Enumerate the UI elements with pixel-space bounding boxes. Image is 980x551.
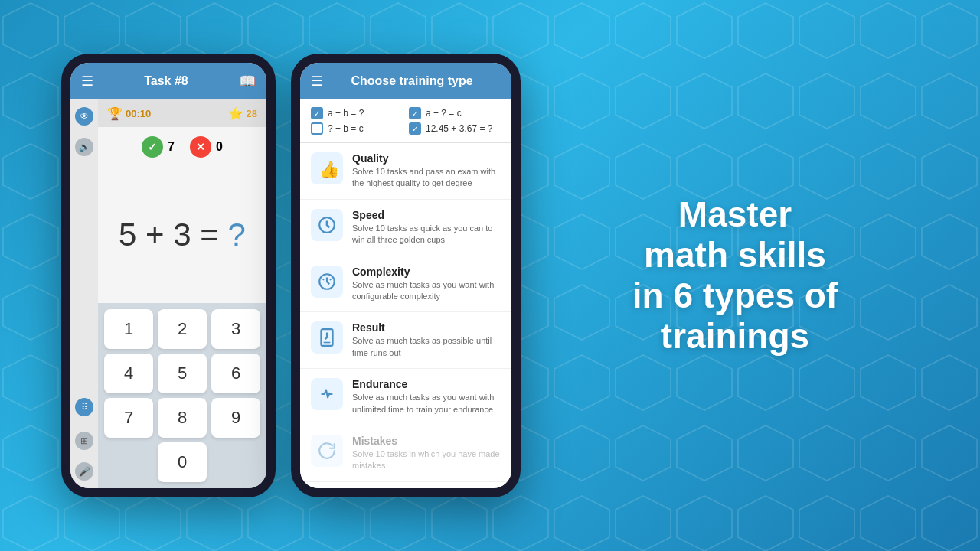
complexity-text: Complexity Solve as much tasks as you wa… bbox=[352, 266, 501, 303]
math-problem: 5 + 3 = ? bbox=[98, 167, 266, 303]
key-5[interactable]: 5 bbox=[158, 354, 207, 393]
key-6[interactable]: 6 bbox=[211, 354, 260, 393]
key-1[interactable]: 1 bbox=[104, 309, 153, 349]
result-icon bbox=[311, 321, 343, 354]
sidebar-table-icon[interactable]: ⊞ bbox=[75, 432, 93, 450]
checkbox-2[interactable] bbox=[311, 122, 323, 135]
complexity-icon bbox=[311, 266, 343, 298]
speed-icon bbox=[311, 209, 343, 241]
hero-title: Master math skills in 6 types of trainin… bbox=[632, 194, 838, 357]
training-complexity[interactable]: Complexity Solve as much tasks as you wa… bbox=[300, 256, 511, 313]
speed-name: Speed bbox=[352, 209, 501, 221]
quality-desc: Solve 10 tasks and pass an exam with the… bbox=[352, 166, 501, 190]
stats-bar: 🏆 00:10 ⭐ 28 bbox=[98, 99, 266, 127]
key-4[interactable]: 4 bbox=[104, 354, 153, 393]
training-result[interactable]: Result Solve as much tasks as possible u… bbox=[300, 312, 511, 369]
wrong-badge: ✕ bbox=[190, 136, 211, 158]
quality-icon: 👍 bbox=[311, 152, 343, 184]
mistakes-icon bbox=[311, 435, 343, 467]
result-desc: Solve as much tasks as possible until ti… bbox=[352, 335, 501, 359]
wrong-count: 0 bbox=[216, 140, 223, 154]
checkbox-item-1[interactable]: ✓ a + b = ? bbox=[311, 107, 403, 119]
checkbox-label-1: a + b = ? bbox=[328, 108, 364, 119]
mistakes-text: Mistakes Solve 10 tasks in which you hav… bbox=[352, 435, 501, 472]
key-3[interactable]: 3 bbox=[211, 309, 260, 349]
sidebar-volume-icon[interactable]: 🔈 bbox=[75, 138, 93, 156]
endurance-name: Endurance bbox=[352, 378, 501, 390]
sidebar-eye-icon[interactable]: 👁 bbox=[75, 107, 93, 126]
checkbox-item-4[interactable]: ✓ 12.45 + 3.67 = ? bbox=[409, 122, 501, 135]
training-endurance[interactable]: Endurance Solve as much tasks as you wan… bbox=[300, 369, 511, 425]
main-content: ☰ Task #8 📖 👁 🔈 ⠿ ⊞ 🎤 bbox=[0, 0, 980, 551]
mistakes-desc: Solve 10 tasks in which you have made mi… bbox=[352, 448, 501, 472]
trophy-icon: 🏆 bbox=[107, 106, 122, 121]
question-mark: ? bbox=[228, 217, 246, 253]
endurance-desc: Solve as much tasks as you want with unl… bbox=[352, 392, 501, 416]
left-body: 👁 🔈 ⠿ ⊞ 🎤 🏆 00:10 ⭐ bbox=[70, 99, 266, 488]
training-quality[interactable]: 👍 Quality Solve 10 tasks and pass an exa… bbox=[300, 143, 511, 200]
result-text: Result Solve as much tasks as possible u… bbox=[352, 321, 501, 359]
checkboxes-area: ✓ a + b = ? ✓ a + ? = c ? + b = c ✓ 12.4… bbox=[300, 99, 511, 143]
left-sidebar: 👁 🔈 ⠿ ⊞ 🎤 bbox=[70, 99, 98, 488]
phone-left-screen: ☰ Task #8 📖 👁 🔈 ⠿ ⊞ 🎤 bbox=[70, 63, 266, 488]
speed-text: Speed Solve 10 tasks as quick as you can… bbox=[352, 209, 501, 246]
score-row: ✓ 7 ✕ 0 bbox=[98, 127, 266, 167]
keyboard-area: 1 2 3 4 5 6 7 8 9 0 bbox=[98, 303, 266, 488]
quality-text: Quality Solve 10 tasks and pass an exam … bbox=[352, 152, 501, 190]
hero-text-area: Master math skills in 6 types of trainin… bbox=[521, 179, 949, 372]
key-grid: 1 2 3 4 5 6 7 8 9 0 bbox=[104, 309, 260, 482]
checkbox-label-3: a + ? = c bbox=[426, 108, 462, 119]
hero-line-2: math skills bbox=[632, 235, 838, 276]
correct-score: ✓ 7 bbox=[142, 136, 175, 158]
training-list: 👍 Quality Solve 10 tasks and pass an exa… bbox=[300, 143, 511, 488]
training-title: Choose training type bbox=[323, 74, 501, 88]
hero-line-3: in 6 types of bbox=[632, 276, 838, 316]
correct-count: 7 bbox=[168, 140, 175, 154]
sidebar-grid-icon[interactable]: ⠿ bbox=[75, 398, 93, 416]
complexity-name: Complexity bbox=[352, 266, 501, 278]
app-bar-right: ☰ Choose training type bbox=[300, 63, 511, 99]
endurance-text: Endurance Solve as much tasks as you wan… bbox=[352, 378, 501, 416]
book-icon[interactable]: 📖 bbox=[239, 73, 256, 90]
phone-right: ☰ Choose training type ✓ a + b = ? ✓ a +… bbox=[291, 54, 521, 497]
training-speed[interactable]: Speed Solve 10 tasks as quick as you can… bbox=[300, 200, 511, 256]
speed-desc: Solve 10 tasks as quick as you can to wi… bbox=[352, 223, 501, 246]
complexity-desc: Solve as much tasks as you want with con… bbox=[352, 279, 501, 303]
star-icon: ⭐ bbox=[228, 106, 243, 121]
checkbox-item-3[interactable]: ✓ a + ? = c bbox=[409, 107, 501, 119]
checkbox-3[interactable]: ✓ bbox=[409, 107, 421, 119]
key-8[interactable]: 8 bbox=[158, 398, 207, 438]
checkbox-1[interactable]: ✓ bbox=[311, 107, 323, 119]
task-area: 🏆 00:10 ⭐ 28 ✓ 7 bbox=[98, 99, 266, 488]
timer-display: 00:10 bbox=[126, 108, 151, 119]
trophy-time: 🏆 00:10 bbox=[107, 106, 151, 121]
result-name: Result bbox=[352, 321, 501, 334]
task-title: Task #8 bbox=[93, 74, 239, 88]
key-7[interactable]: 7 bbox=[104, 398, 153, 438]
key-0[interactable]: 0 bbox=[158, 442, 207, 482]
stars-number: 28 bbox=[247, 108, 257, 119]
sidebar-mic-icon[interactable]: 🎤 bbox=[75, 462, 93, 481]
math-display: 5 + 3 = ? bbox=[119, 217, 246, 253]
checkbox-item-2[interactable]: ? + b = c bbox=[311, 122, 403, 135]
checkbox-label-4: 12.45 + 3.67 = ? bbox=[426, 123, 492, 134]
training-mistakes[interactable]: Mistakes Solve 10 tasks in which you hav… bbox=[300, 425, 511, 482]
hero-line-4: trainings bbox=[632, 316, 838, 357]
app-bar-left: ☰ Task #8 📖 bbox=[70, 63, 266, 99]
star-count: ⭐ 28 bbox=[228, 106, 257, 121]
mistakes-name: Mistakes bbox=[352, 435, 501, 447]
checkbox-4[interactable]: ✓ bbox=[409, 122, 421, 135]
wrong-score: ✕ 0 bbox=[190, 136, 223, 158]
menu-icon-right[interactable]: ☰ bbox=[311, 73, 323, 90]
key-9[interactable]: 9 bbox=[211, 398, 260, 438]
menu-icon-left[interactable]: ☰ bbox=[81, 73, 93, 90]
quality-name: Quality bbox=[352, 152, 501, 165]
phone-left: ☰ Task #8 📖 👁 🔈 ⠿ ⊞ 🎤 bbox=[61, 54, 276, 497]
checkbox-label-2: ? + b = c bbox=[328, 123, 364, 134]
key-2[interactable]: 2 bbox=[158, 309, 207, 349]
hero-line-1: Master bbox=[632, 194, 838, 235]
phone-right-screen: ☰ Choose training type ✓ a + b = ? ✓ a +… bbox=[300, 63, 511, 488]
correct-badge: ✓ bbox=[142, 136, 163, 158]
endurance-icon bbox=[311, 378, 343, 410]
svg-text:👍: 👍 bbox=[319, 159, 337, 178]
